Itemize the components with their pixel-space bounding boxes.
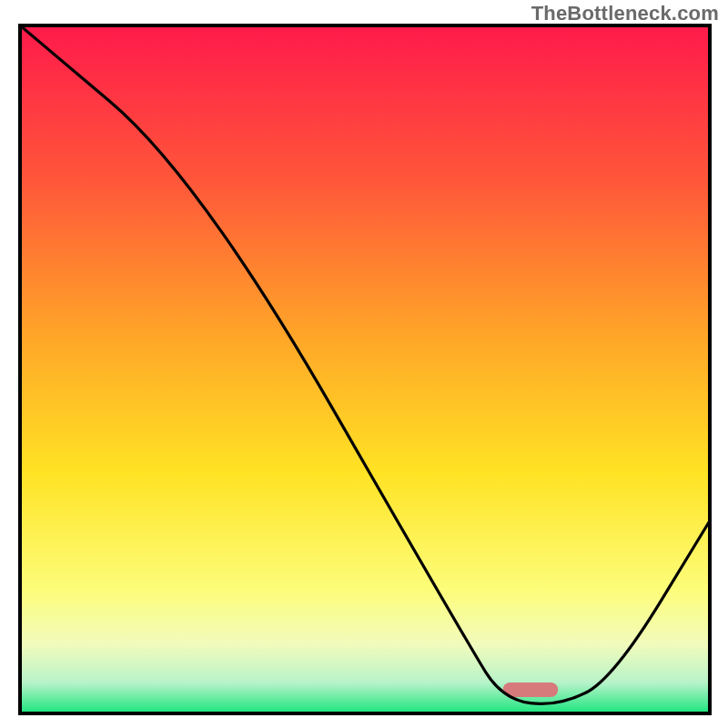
- optimal-zone-marker: [503, 682, 559, 697]
- bottleneck-chart: [0, 0, 728, 728]
- chart-container: TheBottleneck.com: [0, 0, 728, 728]
- attribution-text: TheBottleneck.com: [531, 2, 719, 25]
- plot-background: [20, 25, 710, 713]
